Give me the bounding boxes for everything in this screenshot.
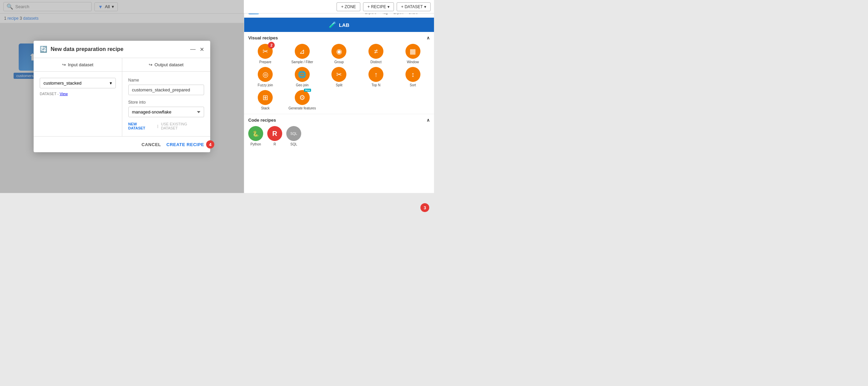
sql-label: SQL <box>290 142 297 146</box>
recipe-item-sample[interactable]: ⊿ Sample / Filter <box>285 44 320 64</box>
output-arrow-icon: ↪ <box>149 62 152 67</box>
modal-footer: CANCEL CREATE RECIPE 4 <box>34 136 210 152</box>
right-panel: ⬆ customers_stacked ⊞ Explore 🏷 Tag ⬇ Ex… <box>244 0 434 193</box>
r-label: R <box>273 142 276 146</box>
separator: | <box>157 124 158 128</box>
store-into-select[interactable]: managed-snowflake <box>128 107 204 117</box>
dataset-type-row: DATASET - View <box>40 90 116 96</box>
r-icon: R <box>267 126 282 141</box>
recipe-item-window[interactable]: ▦ Window <box>396 44 430 64</box>
create-recipe-button[interactable]: CREATE RECIPE <box>166 142 204 147</box>
right-panel-scroll: Visual recipes ∧ ✂ 2 Prepare ⊿ Sample / … <box>244 32 434 193</box>
sort-label: Sort <box>410 83 416 87</box>
recipe-item-distinct[interactable]: ≠ Distinct <box>359 44 393 64</box>
distinct-label: Distinct <box>370 60 382 64</box>
sample-icon: ⊿ <box>295 44 310 59</box>
recipe-item-genfeatures[interactable]: ⚙ New Generate features <box>285 90 320 110</box>
recipe-item-group[interactable]: ◉ Group <box>322 44 356 64</box>
input-arrow-icon: ↪ <box>62 62 66 67</box>
use-existing-link[interactable]: USE EXISTING DATASET <box>161 122 204 130</box>
input-tab-label: Input dataset <box>68 62 93 67</box>
dataset-links-row: NEW DATASET | USE EXISTING DATASET <box>128 122 204 130</box>
chevron-down-icon: ▾ <box>424 4 426 9</box>
genfeatures-label: Generate features <box>289 106 316 110</box>
input-dataset-dropdown[interactable]: customers_stacked ▾ <box>40 78 116 88</box>
recipe-item-split[interactable]: ✂ Split <box>322 67 356 87</box>
sort-icon: ↕ <box>405 67 420 82</box>
create-recipe-wrapper: CREATE RECIPE 4 <box>166 141 204 147</box>
r-recipe[interactable]: R R <box>267 126 282 146</box>
visual-recipes-label: Visual recipes <box>248 35 278 40</box>
recipe-item-prepare[interactable]: ✂ 2 Prepare <box>248 44 283 64</box>
code-recipes-section: Code recipes ∧ 🐍 Python R R <box>244 114 434 150</box>
modal-title: New data preparation recipe <box>51 46 187 52</box>
input-tab[interactable]: ↪ Input dataset <box>34 58 122 71</box>
visual-recipes-grid: ✂ 2 Prepare ⊿ Sample / Filter ◉ Group ≠ … <box>248 44 430 110</box>
collapse-icon[interactable]: ∧ <box>427 35 430 40</box>
store-into-label: Store into <box>128 100 204 105</box>
recipe-item-sort[interactable]: ↕ Sort <box>396 67 430 87</box>
name-label: Name <box>128 78 204 83</box>
output-tab[interactable]: ↪ Output dataset <box>122 58 211 71</box>
visual-recipes-section: Visual recipes ∧ ✂ 2 Prepare ⊿ Sample / … <box>244 32 434 114</box>
modal-header-actions: — ✕ <box>190 46 204 53</box>
stack-label: Stack <box>261 106 270 110</box>
badge-2: 2 <box>268 42 275 49</box>
dataset-button[interactable]: + DATASET ▾ <box>397 2 431 11</box>
group-icon: ◉ <box>331 44 346 59</box>
cancel-button[interactable]: CANCEL <box>142 142 161 147</box>
geojoin-label: Geo join <box>296 83 308 87</box>
modal-overlay: 🔄 New data preparation recipe — ✕ ↪ Inpu… <box>0 0 244 193</box>
window-icon: ▦ <box>405 44 420 59</box>
input-dataset-value: customers_stacked <box>43 81 82 86</box>
sample-label: Sample / Filter <box>291 60 313 64</box>
recipe-item-fuzzyjoin[interactable]: ◎ Fuzzy join <box>248 67 283 87</box>
prepare-label: Prepare <box>259 60 272 64</box>
topn-icon: ↑ <box>368 67 383 82</box>
fuzzyjoin-label: Fuzzy join <box>258 83 273 87</box>
python-label: Python <box>250 142 261 146</box>
split-icon: ✂ <box>331 67 346 82</box>
view-link[interactable]: View <box>60 92 68 96</box>
name-input[interactable] <box>128 85 204 95</box>
genfeatures-icon: ⚙ New <box>295 90 310 105</box>
badge-4: 4 <box>206 140 214 148</box>
top-action-buttons: + ZONE + RECIPE ▾ + DATASET ▾ <box>337 2 431 11</box>
recipe-icon: 🔄 <box>40 46 47 53</box>
recipe-item-topn[interactable]: ↑ Top N <box>359 67 393 87</box>
minimize-button[interactable]: — <box>190 46 196 52</box>
recipe-button[interactable]: + RECIPE ▾ <box>363 2 394 11</box>
fuzzyjoin-icon: ◎ <box>258 67 273 82</box>
visual-recipes-header: Visual recipes ∧ <box>248 35 430 40</box>
new-badge: New <box>304 89 311 92</box>
recipe-item-geojoin[interactable]: 🌐 Geo join <box>285 67 320 87</box>
distinct-icon: ≠ <box>368 44 383 59</box>
lab-button[interactable]: 🧪 LAB <box>244 18 434 32</box>
chevron-down-icon: ▾ <box>110 81 112 86</box>
output-tab-label: Output dataset <box>155 62 183 67</box>
code-recipes-header: Code recipes ∧ <box>248 118 430 123</box>
window-label: Window <box>407 60 419 64</box>
close-button[interactable]: ✕ <box>200 46 204 53</box>
sql-icon: SQL <box>286 126 301 141</box>
code-recipes-grid: 🐍 Python R R SQL SQL <box>248 126 430 146</box>
modal-left: customers_stacked ▾ DATASET - View <box>34 72 122 136</box>
python-icon: 🐍 <box>248 126 263 141</box>
zone-button[interactable]: + ZONE <box>337 2 360 11</box>
new-dataset-link[interactable]: NEW DATASET <box>128 122 155 130</box>
modal-body: customers_stacked ▾ DATASET - View Name … <box>34 72 210 136</box>
group-label: Group <box>334 60 344 64</box>
modal-right: Name Store into managed-snowflake NEW DA… <box>122 72 211 136</box>
modal-header: 🔄 New data preparation recipe — ✕ <box>34 41 210 58</box>
sql-recipe[interactable]: SQL SQL <box>286 126 301 146</box>
dash: - <box>57 92 60 96</box>
recipe-item-stack[interactable]: ⊞ Stack <box>248 90 283 110</box>
modal: 🔄 New data preparation recipe — ✕ ↪ Inpu… <box>34 41 210 152</box>
collapse-code-icon[interactable]: ∧ <box>427 118 430 123</box>
python-recipe[interactable]: 🐍 Python <box>248 126 263 146</box>
split-label: Split <box>336 83 342 87</box>
dataset-prefix: DATASET <box>40 92 56 96</box>
prepare-icon: ✂ 2 <box>258 44 273 59</box>
topn-label: Top N <box>372 83 380 87</box>
code-recipes-label: Code recipes <box>248 118 276 123</box>
